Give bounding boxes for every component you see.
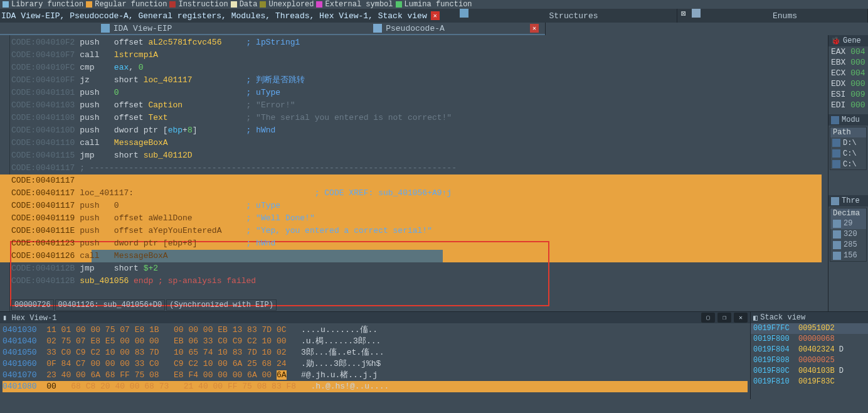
- status-offset: 00000726: [11, 299, 54, 311]
- close-icon[interactable]: ✕: [431, 11, 440, 20]
- minimize-icon[interactable]: ▢: [701, 313, 715, 323]
- disk-icon: [832, 139, 840, 147]
- disasm-line[interactable]: CODE:004010F2 push offset aL2c5781fcvc45…: [11, 36, 828, 49]
- register-row: EAX 004: [828, 46, 868, 57]
- tab-icon[interactable]: [458, 9, 470, 23]
- stack-row[interactable]: 0019F810 0019F83C: [751, 377, 868, 387]
- legend-swatch: [86, 1, 92, 8]
- tab-pseudocode[interactable]: Pseudocode-A ✕: [273, 23, 545, 35]
- status-location: 00401126: sub_401056+D0: [55, 299, 166, 311]
- thread-row[interactable]: 285: [830, 240, 866, 250]
- legend-swatch: [316, 1, 322, 8]
- disasm-line[interactable]: CODE:004010FC cmp eax, 0: [11, 62, 828, 74]
- disasm-line[interactable]: CODE:004010F7 call lstrcmpiA: [11, 49, 828, 62]
- disasm-line[interactable]: CODE:00401108 push offset Text ; "The se…: [11, 112, 828, 124]
- panel-header-modules: Modu: [828, 114, 868, 126]
- legend-label: External symbol: [325, 0, 393, 9]
- view-icon: [101, 24, 110, 33]
- stack-icon: ◧: [753, 313, 758, 323]
- panel-header-registers: 🐞 Gene: [828, 35, 868, 46]
- status-sync: (Synchronized with EIP): [166, 299, 277, 311]
- stack-row[interactable]: 0019F804 00402324 D: [751, 345, 868, 355]
- disasm-line[interactable]: CODE:00401103 push offset Caption ; "Err…: [11, 99, 828, 112]
- legend-label: Regular function: [95, 0, 167, 9]
- thread-icon: [833, 241, 841, 249]
- top-tab-row: IDA View-EIP, Pseudocode-A, General regi…: [0, 9, 868, 23]
- disasm-line[interactable]: CODE:00401115 jmp short sub_40112D: [11, 149, 828, 162]
- register-row: ECX 004: [828, 68, 868, 78]
- thread-icon: [833, 230, 841, 239]
- disk-icon: [832, 160, 840, 168]
- threads-list[interactable]: Decima 29320285156: [830, 208, 867, 262]
- close-icon[interactable]: ✕: [734, 313, 748, 323]
- modules-list[interactable]: Path D:\C:\C:\: [830, 127, 867, 170]
- disasm-line[interactable]: CODE:004010FF jz short loc_401117 ; 判断是否…: [11, 74, 828, 87]
- thread-row[interactable]: 156: [830, 250, 866, 261]
- register-row: EDX 000: [828, 78, 868, 89]
- hex-line[interactable]: 0401030 11 01 00 00 75 07 E8 1B 00 00 00…: [3, 324, 748, 336]
- tab-structures[interactable]: Structures: [470, 9, 677, 23]
- module-row[interactable]: D:\: [830, 137, 866, 148]
- legend-label: Instruction: [178, 0, 228, 9]
- module-row[interactable]: C:\: [830, 148, 866, 159]
- disasm-line[interactable]: CODE:00401101 push 0 ; uType: [11, 87, 828, 99]
- register-row: EBX 000: [828, 57, 868, 68]
- thread-row[interactable]: 29: [830, 218, 866, 229]
- stack-row[interactable]: 0019F80C 0040103B D: [751, 366, 868, 377]
- disasm-line[interactable]: CODE:00401117: [11, 174, 828, 187]
- stack-view-panel[interactable]: ◧ Stack view 0019F7FC 009510D20019F800 0…: [750, 311, 868, 399]
- tab-enums[interactable]: Enums: [702, 9, 868, 23]
- legend-swatch: [231, 1, 237, 8]
- status-bar: 00000726 00401126: sub_401056+D0 (Synchr…: [11, 299, 828, 311]
- panel-header-stack: ◧ Stack view: [751, 312, 868, 323]
- legend-swatch: [169, 1, 176, 8]
- disasm-line[interactable]: CODE:00401117 ; ------------------------…: [11, 162, 828, 174]
- column-header-decimal[interactable]: Decima: [830, 208, 866, 218]
- panel-header-threads: Thre: [828, 195, 868, 206]
- column-header-path[interactable]: Path: [830, 127, 866, 137]
- bug-icon: 🐞: [831, 36, 840, 46]
- thread-icon: [831, 197, 839, 205]
- hex-view-panel[interactable]: ▮ Hex View-1 ▢ ❐ ✕ 0401030 11 01 00 00 7…: [0, 311, 750, 399]
- legend-swatch: [3, 1, 9, 8]
- gutter: [0, 35, 10, 311]
- sub-tab-row: IDA View-EIP Pseudocode-A ✕: [0, 23, 868, 35]
- tab-icon[interactable]: [690, 9, 702, 23]
- disasm-line[interactable]: CODE:0040112B sub_401056 endp ; sp-analy…: [11, 275, 828, 287]
- hex-line[interactable]: 0401060 0F 84 C7 00 00 00 33 C0 C9 C2 10…: [3, 358, 748, 370]
- legend-swatch: [396, 1, 402, 8]
- disasm-line[interactable]: CODE:00401126 call MessageBoxA: [11, 250, 828, 262]
- panel-title-hex: ▮ Hex View-1: [3, 313, 56, 323]
- disassembly-view[interactable]: CODE:004010F2 push offset aL2c5781fcvc45…: [0, 35, 828, 311]
- disasm-line[interactable]: CODE:00401117 loc_401117: ; CODE XREF: s…: [11, 187, 828, 200]
- register-row: EDI 000: [828, 100, 868, 110]
- disasm-line[interactable]: CODE:00401117 push 0 ; uType: [11, 200, 828, 212]
- legend-label: Lumina function: [405, 0, 472, 9]
- thread-row[interactable]: 320: [830, 229, 866, 240]
- hex-line[interactable]: 0401070 23 40 00 6A 68 FF 75 08 E8 F4 00…: [3, 370, 748, 381]
- stack-row[interactable]: 0019F808 00000025: [751, 355, 868, 366]
- hex-line[interactable]: 0401040 02 75 07 E8 E5 00 00 00 EB 06 33…: [3, 336, 748, 347]
- legend-label: Library function: [11, 0, 83, 9]
- register-row: ESI 009: [828, 89, 868, 100]
- disasm-line[interactable]: CODE:00401119 push offset aWellDone ; "W…: [11, 212, 828, 225]
- close-icon[interactable]: ✕: [530, 24, 539, 33]
- restore-icon[interactable]: ❐: [717, 313, 731, 323]
- disasm-line[interactable]: CODE:00401123 push dword ptr [ebp+8] ; h…: [11, 237, 828, 250]
- legend-swatch: [260, 1, 266, 8]
- stack-row[interactable]: 0019F800 00000068: [751, 334, 868, 345]
- legend-bar: Library function Regular function Instru…: [0, 0, 868, 9]
- legend-label: Data: [240, 0, 258, 9]
- disasm-line[interactable]: CODE:0040111E push offset aYepYouEntered…: [11, 225, 828, 237]
- disasm-line[interactable]: CODE:00401110 call MessageBoxA: [11, 137, 828, 149]
- hex-line[interactable]: 0401080 00 68 C8 20 40 00 68 73 21 40 00…: [3, 381, 748, 392]
- disk-icon: [832, 149, 840, 158]
- disasm-line[interactable]: CODE:0040110D push dword ptr [ebp+8] ; h…: [11, 124, 828, 137]
- disasm-line[interactable]: CODE:0040112B jmp short $+2: [11, 262, 828, 275]
- hex-line[interactable]: 0401050 33 C0 C9 C2 10 00 83 7D 10 65 74…: [3, 347, 748, 358]
- code-icon: [373, 24, 382, 33]
- stack-row[interactable]: 0019F7FC 009510D2: [751, 323, 868, 334]
- tab-ida-view[interactable]: IDA View-EIP: [0, 23, 273, 35]
- module-row[interactable]: C:\: [830, 159, 866, 169]
- close-icon[interactable]: ⊠: [677, 9, 690, 23]
